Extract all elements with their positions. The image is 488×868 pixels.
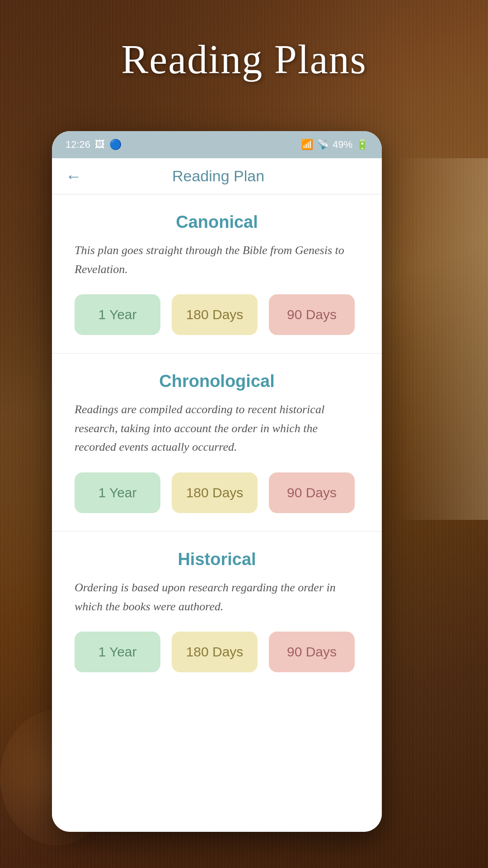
battery-icon: 🔋	[356, 139, 368, 151]
app-header: ← Reading Plan	[52, 158, 382, 194]
plan-section-canonical: Canonical This plan goes straight throug…	[52, 194, 382, 354]
status-bar: 12:26 🖼 🔵 📶 📡 49% 🔋	[52, 131, 382, 158]
page-title: Reading Plans	[0, 36, 488, 83]
historical-90days-button[interactable]: 90 Days	[269, 632, 355, 672]
chronological-description: Readings are compiled according to recen…	[75, 400, 359, 457]
chronological-title: Chronological	[75, 372, 359, 391]
status-right: 📶 📡 49% 🔋	[301, 139, 368, 151]
canonical-1year-button[interactable]: 1 Year	[75, 294, 160, 335]
content-area[interactable]: Canonical This plan goes straight throug…	[52, 194, 382, 832]
bluetooth-icon: 🔵	[109, 139, 122, 151]
historical-buttons: 1 Year 180 Days 90 Days	[75, 632, 359, 672]
canonical-180days-button[interactable]: 180 Days	[172, 294, 258, 335]
phone-frame: 12:26 🖼 🔵 📶 📡 49% 🔋 ← Reading Plan Canon…	[52, 131, 382, 832]
historical-description: Ordering is based upon research regardin…	[75, 578, 359, 616]
status-time: 12:26	[66, 139, 90, 151]
chronological-1year-button[interactable]: 1 Year	[75, 472, 160, 513]
plan-section-historical: Historical Ordering is based upon resear…	[52, 532, 382, 690]
historical-1year-button[interactable]: 1 Year	[75, 632, 160, 672]
status-left: 12:26 🖼 🔵	[66, 139, 122, 151]
canonical-buttons: 1 Year 180 Days 90 Days	[75, 294, 359, 335]
battery-percent: 49%	[333, 139, 352, 151]
wifi-icon: 📶	[301, 139, 313, 151]
canonical-description: This plan goes straight through the Bibl…	[75, 241, 359, 278]
historical-title: Historical	[75, 550, 359, 569]
back-button[interactable]: ←	[63, 165, 89, 188]
chronological-90days-button[interactable]: 90 Days	[269, 472, 355, 513]
paper-decoration	[398, 158, 488, 520]
photo-icon: 🖼	[95, 139, 105, 151]
header-title: Reading Plan	[89, 167, 348, 185]
historical-180days-button[interactable]: 180 Days	[172, 632, 258, 672]
chronological-180days-button[interactable]: 180 Days	[172, 472, 258, 513]
chronological-buttons: 1 Year 180 Days 90 Days	[75, 472, 359, 513]
signal-icon: 📡	[317, 139, 329, 151]
canonical-90days-button[interactable]: 90 Days	[269, 294, 355, 335]
plan-section-chronological: Chronological Readings are compiled acco…	[52, 354, 382, 532]
canonical-title: Canonical	[75, 212, 359, 232]
